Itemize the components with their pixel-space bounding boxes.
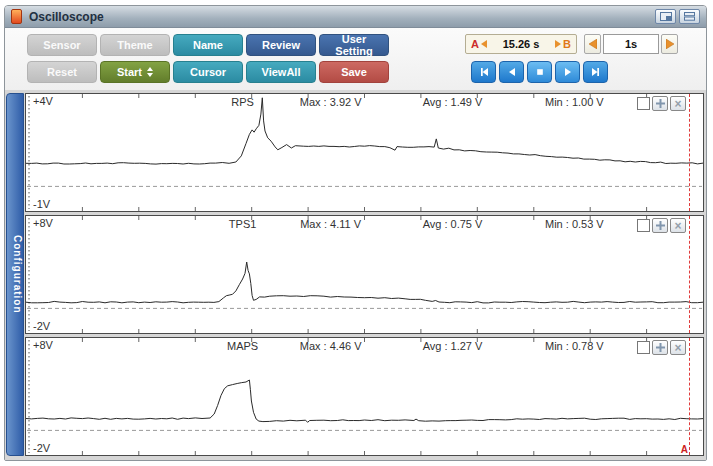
chart-panel-maps: +8V -2V MAPS Max : 4.46 V Avg : 1.27 V M… bbox=[25, 337, 704, 456]
y-min-label: -2V bbox=[33, 320, 50, 332]
play-button[interactable] bbox=[555, 61, 580, 83]
ab-range-box[interactable]: A 15.26 s B bbox=[465, 34, 577, 54]
skip-to-end-icon bbox=[591, 67, 601, 77]
close-channel-button[interactable]: × bbox=[670, 340, 686, 355]
ab-range-value: 15.26 s bbox=[487, 38, 555, 50]
stat-max: Max : 4.46 V bbox=[300, 340, 362, 352]
step-back-button[interactable] bbox=[499, 61, 524, 83]
panel-controls: × bbox=[637, 96, 686, 111]
stop-icon bbox=[535, 67, 545, 77]
tile-windows-icon bbox=[684, 12, 695, 21]
stat-min: Min : 0.53 V bbox=[545, 218, 604, 230]
tile-windows-button[interactable] bbox=[679, 9, 700, 24]
plus-icon bbox=[656, 221, 665, 230]
skip-to-start-button[interactable] bbox=[471, 61, 496, 83]
chart-panel-rps: +4V -1V RPS Max : 3.92 V Avg : 1.49 V Mi… bbox=[25, 93, 704, 212]
viewall-button[interactable]: ViewAll bbox=[246, 61, 316, 83]
close-channel-button[interactable]: × bbox=[670, 96, 686, 111]
oscilloscope-window: Oscilloscope Sensor Theme Name Review Us… bbox=[4, 5, 707, 461]
window-title: Oscilloscope bbox=[29, 10, 652, 24]
channel-name: RPS bbox=[231, 96, 254, 108]
stat-max: Max : 4.11 V bbox=[300, 218, 361, 230]
stat-min: Min : 0.78 V bbox=[545, 340, 604, 352]
y-max-label: +4V bbox=[33, 95, 53, 107]
review-button[interactable]: Review bbox=[246, 34, 316, 56]
cursor-a-label: A bbox=[471, 38, 479, 50]
stop-button[interactable] bbox=[527, 61, 552, 83]
name-button[interactable]: Name bbox=[173, 34, 243, 56]
toolbar-row-1: Sensor Theme Name Review User Setting bbox=[27, 34, 392, 56]
toolbar-row-2: Reset Start Cursor ViewAll Save bbox=[27, 61, 392, 83]
channel-name: MAPS bbox=[227, 340, 258, 352]
right-arrow-icon bbox=[666, 39, 674, 49]
titlebar[interactable]: Oscilloscope bbox=[5, 6, 706, 28]
y-min-label: -2V bbox=[33, 442, 50, 454]
timebase-increase-button[interactable] bbox=[661, 34, 678, 54]
y-max-label: +8V bbox=[33, 339, 53, 351]
cursor-a-line[interactable] bbox=[689, 94, 690, 211]
stat-avg: Avg : 1.49 V bbox=[423, 96, 483, 108]
window-mode-button[interactable] bbox=[655, 9, 676, 24]
add-channel-button[interactable] bbox=[652, 96, 668, 111]
panel-controls: × bbox=[637, 340, 686, 355]
ab-right-arrow-icon[interactable] bbox=[555, 40, 561, 48]
chart-panel-tps1: +8V -2V TPS1 Max : 4.11 V Avg : 0.75 V M… bbox=[25, 215, 704, 334]
add-channel-button[interactable] bbox=[652, 340, 668, 355]
charts-container: +4V -1V RPS Max : 3.92 V Avg : 1.49 V Mi… bbox=[25, 93, 704, 456]
app-icon bbox=[11, 9, 22, 24]
add-channel-button[interactable] bbox=[652, 218, 668, 233]
cursor-button[interactable]: Cursor bbox=[173, 61, 243, 83]
stat-avg: Avg : 1.27 V bbox=[423, 340, 483, 352]
stat-max: Max : 3.92 V bbox=[300, 96, 362, 108]
waveform-rps bbox=[26, 94, 703, 211]
sensor-button[interactable]: Sensor bbox=[27, 34, 97, 56]
configuration-tab[interactable]: Configuration bbox=[6, 93, 24, 456]
toolbar: Sensor Theme Name Review User Setting Re… bbox=[5, 28, 706, 90]
cursor-a-line[interactable] bbox=[689, 216, 690, 333]
plus-icon bbox=[656, 99, 665, 108]
left-arrow-icon bbox=[589, 39, 597, 49]
transport-controls bbox=[471, 61, 608, 83]
channel-name: TPS1 bbox=[229, 218, 257, 230]
plus-icon bbox=[656, 343, 665, 352]
play-icon bbox=[563, 67, 573, 77]
time-controls: A 15.26 s B 1s bbox=[465, 34, 678, 54]
y-min-label: -1V bbox=[33, 198, 50, 210]
skip-to-end-button[interactable] bbox=[583, 61, 608, 83]
y-max-label: +8V bbox=[33, 217, 53, 229]
waveform-tps1 bbox=[26, 216, 703, 333]
reset-button[interactable]: Reset bbox=[27, 61, 97, 83]
main-area: Configuration +4V -1V RPS Max : 3.92 V A… bbox=[5, 90, 706, 461]
user-setting-button[interactable]: User Setting bbox=[319, 34, 389, 56]
save-button[interactable]: Save bbox=[319, 61, 389, 83]
skip-to-start-icon bbox=[479, 67, 489, 77]
start-button[interactable]: Start bbox=[100, 61, 170, 83]
panel-controls: × bbox=[637, 218, 686, 233]
stat-avg: Avg : 0.75 V bbox=[423, 218, 483, 230]
cursor-a-flag: A bbox=[681, 444, 688, 455]
waveform-maps bbox=[26, 338, 703, 455]
timebase-value-box[interactable]: 1s bbox=[603, 34, 659, 54]
step-back-icon bbox=[507, 67, 517, 77]
channel-checkbox[interactable] bbox=[637, 97, 650, 110]
theme-button[interactable]: Theme bbox=[100, 34, 170, 56]
window-mode-icon bbox=[660, 12, 672, 21]
stat-min: Min : 1.00 V bbox=[545, 96, 604, 108]
start-spinner-icon bbox=[147, 67, 153, 77]
cursor-b-label: B bbox=[563, 38, 571, 50]
channel-checkbox[interactable] bbox=[637, 219, 650, 232]
cursor-a-line[interactable] bbox=[689, 338, 690, 455]
timebase-decrease-button[interactable] bbox=[584, 34, 601, 54]
close-channel-button[interactable]: × bbox=[670, 218, 686, 233]
channel-checkbox[interactable] bbox=[637, 341, 650, 354]
